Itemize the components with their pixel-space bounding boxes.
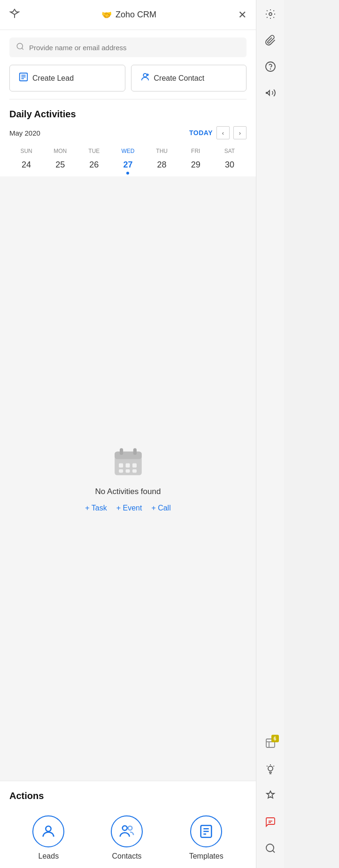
idea-icon[interactable]	[262, 761, 279, 778]
app-title: Zoho CRM	[116, 10, 156, 20]
actions-grid: Leads Contacts	[9, 808, 247, 868]
search-section	[0, 30, 256, 65]
help-icon[interactable]	[262, 58, 279, 75]
action-templates[interactable]: Templates	[189, 815, 223, 860]
day-25[interactable]: 25	[43, 158, 77, 175]
app-title-area: 🤝 Zoho CRM	[101, 10, 156, 20]
pin-bottom-icon[interactable]	[262, 787, 279, 804]
day-header-sun: SUN	[9, 148, 43, 158]
sidebar-bottom: 6	[262, 735, 279, 862]
close-button[interactable]: ✕	[238, 9, 247, 21]
svg-point-1	[17, 43, 23, 49]
day-header-tue: TUE	[77, 148, 111, 158]
chat-icon[interactable]	[262, 814, 279, 830]
day-header-sat: SAT	[213, 148, 247, 158]
create-lead-label: Create Lead	[32, 74, 74, 83]
svg-point-21	[123, 826, 127, 830]
pin-icon[interactable]	[9, 8, 20, 21]
app-emoji: 🤝	[101, 10, 112, 20]
svg-line-40	[272, 851, 274, 853]
svg-point-20	[46, 826, 51, 831]
no-activities-text: No Activities found	[95, 487, 161, 496]
megaphone-icon[interactable]	[262, 84, 279, 101]
svg-point-27	[269, 13, 272, 15]
badge-icon[interactable]: 6	[262, 735, 279, 752]
right-sidebar: 6	[256, 0, 284, 868]
action-buttons: Create Lead Create Contact	[0, 65, 256, 99]
svg-point-22	[128, 826, 132, 830]
svg-line-2	[22, 48, 23, 49]
badge-count: 6	[271, 735, 279, 742]
create-lead-button[interactable]: Create Lead	[9, 65, 125, 91]
no-activities-area: No Activities found + Task + Event + Cal…	[0, 176, 256, 781]
activities-section: Daily Activities May 2020 TODAY ‹ › SUN …	[0, 99, 256, 176]
add-call-link[interactable]: + Call	[151, 504, 170, 512]
templates-circle	[190, 815, 222, 847]
search-input[interactable]	[29, 44, 240, 52]
day-header-mon: MON	[43, 148, 77, 158]
day-header-wed: WED	[111, 148, 145, 158]
svg-rect-15	[125, 464, 130, 468]
create-contact-label: Create Contact	[154, 74, 205, 83]
day-26[interactable]: 26	[77, 158, 111, 175]
contacts-circle	[111, 815, 143, 847]
day-28[interactable]: 28	[145, 158, 179, 175]
calendar-month: May 2020	[9, 129, 40, 137]
actions-title: Actions	[9, 791, 247, 801]
day-header-fri: FRI	[179, 148, 213, 158]
svg-point-7	[143, 74, 146, 77]
svg-line-35	[273, 766, 274, 766]
calendar-header: May 2020 TODAY ‹ ›	[9, 126, 247, 139]
svg-rect-12	[120, 448, 123, 455]
search-icon	[16, 42, 24, 53]
calendar-days: SUN MON TUE WED THU FRI SAT 24 25 26 27 …	[9, 148, 247, 175]
settings-icon[interactable]	[262, 6, 279, 23]
calendar-empty-icon	[111, 445, 145, 479]
actions-section: Actions Leads	[0, 781, 256, 868]
svg-rect-16	[132, 464, 137, 468]
svg-point-28	[266, 62, 275, 71]
day-24[interactable]: 24	[9, 158, 43, 175]
day-29[interactable]: 29	[179, 158, 213, 175]
svg-point-33	[268, 766, 273, 771]
next-week-button[interactable]: ›	[233, 126, 247, 139]
svg-rect-17	[119, 469, 123, 472]
today-button[interactable]: TODAY	[189, 129, 213, 137]
day-27-container[interactable]: 27	[111, 158, 145, 175]
calendar-nav: TODAY ‹ ›	[189, 126, 247, 139]
create-lead-icon	[18, 72, 29, 84]
create-contact-button[interactable]: Create Contact	[131, 65, 247, 91]
action-contacts[interactable]: Contacts	[111, 815, 143, 860]
leads-circle	[32, 815, 64, 847]
day-header-thu: THU	[145, 148, 179, 158]
header: 🤝 Zoho CRM ✕	[0, 0, 256, 30]
contacts-label: Contacts	[112, 852, 141, 860]
action-leads[interactable]: Leads	[32, 815, 64, 860]
leads-label: Leads	[39, 852, 59, 860]
activities-title: Daily Activities	[9, 109, 247, 120]
svg-rect-19	[132, 469, 137, 472]
day-27: 27	[111, 158, 145, 174]
svg-line-36	[267, 766, 267, 766]
prev-week-button[interactable]: ‹	[216, 126, 230, 139]
activity-links: + Task + Event + Call	[85, 504, 170, 512]
svg-rect-14	[119, 464, 123, 468]
svg-rect-11	[115, 451, 142, 459]
add-task-link[interactable]: + Task	[85, 504, 107, 512]
svg-point-39	[266, 844, 274, 852]
search-bottom-icon[interactable]	[262, 840, 279, 857]
attachment-icon[interactable]	[262, 32, 279, 49]
svg-rect-18	[125, 469, 130, 472]
templates-label: Templates	[189, 852, 223, 860]
search-box[interactable]	[9, 38, 247, 57]
svg-rect-13	[133, 448, 136, 455]
create-contact-icon	[140, 72, 150, 84]
add-event-link[interactable]: + Event	[116, 504, 142, 512]
day-30[interactable]: 30	[213, 158, 247, 175]
